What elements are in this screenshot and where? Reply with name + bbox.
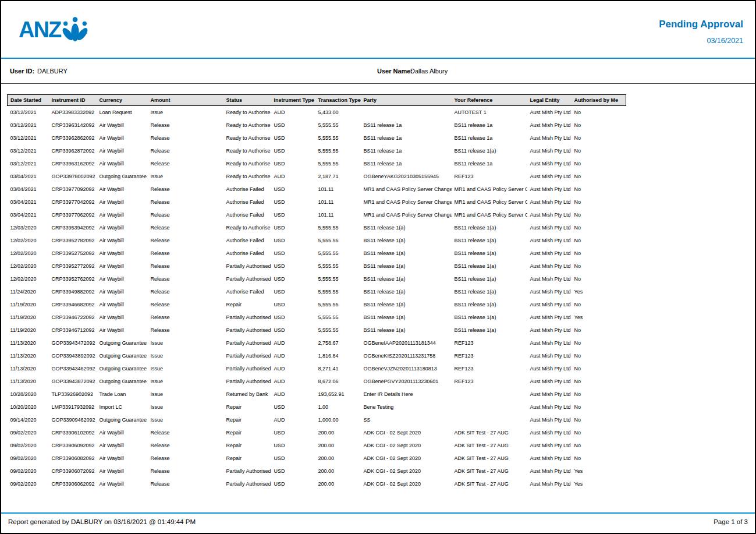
table-cell: Air Waybill	[97, 221, 148, 234]
table-cell: 1.00	[315, 401, 361, 413]
table-cell: Import LC	[97, 401, 148, 413]
table-row: 12/02/2020CRP33952762092Air WaybillRelea…	[8, 273, 626, 285]
table-cell: MR1 and CAAS Policy Server Change	[361, 208, 452, 221]
table-cell: 5,433.00	[315, 106, 361, 119]
table-cell: BS11 release 1(a)	[361, 273, 452, 285]
table-cell: USD	[271, 221, 315, 234]
table-cell: Authorise Failed	[223, 247, 271, 260]
table-cell: AUTOTEST 1	[452, 106, 527, 119]
table-row: 03/04/2021GOP33978002092Outgoing Guarant…	[8, 170, 626, 183]
table-row: 11/19/2020CRP33946712092Air WaybillRelea…	[8, 324, 626, 337]
table-cell: Aust Mish Pty Ltd	[527, 413, 572, 426]
table-cell: Air Waybill	[97, 144, 148, 157]
table-cell: Partially Authorised	[223, 311, 271, 324]
table-row: 03/12/2021CRP33962872092Air WaybillRelea…	[8, 144, 626, 157]
table-cell: Aust Mish Pty Ltd	[527, 157, 572, 170]
table-cell: 5,555.55	[315, 311, 361, 324]
table-cell: No	[572, 273, 626, 285]
table-cell: OGBeneYAKG20210305155945	[361, 170, 452, 183]
table-cell: Release	[148, 298, 223, 311]
table-cell: OGBenePGVY20201113230601	[361, 375, 452, 388]
table-cell: Air Waybill	[97, 196, 148, 208]
table-cell: No	[572, 170, 626, 183]
table-cell: BS11 release 1(a)	[361, 221, 452, 234]
table-cell: 03/04/2021	[8, 196, 49, 208]
table-cell: Release	[148, 311, 223, 324]
table-cell: No	[572, 388, 626, 401]
table-cell: 101.11	[315, 208, 361, 221]
table-cell: No	[572, 426, 626, 439]
table-cell: USD	[271, 144, 315, 157]
column-header: Your Reference	[452, 95, 527, 106]
table-cell: GOP33943462092	[49, 362, 97, 375]
table-cell: REF123	[452, 337, 527, 349]
pending-approval-table: Date StartedInstrument IDCurrencyAmountS…	[7, 94, 626, 490]
table-row: 09/02/2020CRP33906072092Air WaybillRelea…	[8, 465, 626, 478]
table-cell: Aust Mish Pty Ltd	[527, 260, 572, 273]
table-cell: 11/13/2020	[8, 349, 49, 362]
table-cell: 5,555.55	[315, 260, 361, 273]
table-cell: Aust Mish Pty Ltd	[527, 426, 572, 439]
table-cell: CRP33906102092	[49, 426, 97, 439]
user-name-value: Dallas Albury	[410, 68, 448, 75]
table-row: 03/12/2021CRP33963142092Air WaybillRelea…	[8, 119, 626, 132]
table-cell: USD	[271, 311, 315, 324]
table-cell: CRP33906062092	[49, 478, 97, 490]
table-cell: USD	[271, 157, 315, 170]
table-cell: Aust Mish Pty Ltd	[527, 247, 572, 260]
table-cell: Air Waybill	[97, 426, 148, 439]
table-cell: 5,555.55	[315, 132, 361, 144]
table-cell: Aust Mish Pty Ltd	[527, 388, 572, 401]
table-cell: AUD	[271, 349, 315, 362]
table-cell: 5,555.55	[315, 221, 361, 234]
table-cell: Release	[148, 196, 223, 208]
table-cell: Release	[148, 452, 223, 465]
table-cell: GOP33909462092	[49, 413, 97, 426]
anz-logo: ANZ	[19, 14, 88, 45]
table-cell: CRP33946682092	[49, 298, 97, 311]
table-cell: 101.11	[315, 196, 361, 208]
table-cell: BS11 release 1(a)	[452, 298, 527, 311]
table-cell: Air Waybill	[97, 324, 148, 337]
table-cell: GOP33978002092	[49, 170, 97, 183]
table-cell: Aust Mish Pty Ltd	[527, 119, 572, 132]
table-cell: 12/02/2020	[8, 260, 49, 273]
table-cell: MR1 and CAAS Policy Server Change	[361, 183, 452, 196]
report-date: 03/16/2021	[659, 37, 743, 45]
table-cell: 09/02/2020	[8, 426, 49, 439]
table-cell: USD	[271, 478, 315, 490]
table-cell: 09/02/2020	[8, 452, 49, 465]
table-cell: GOP33943472092	[49, 337, 97, 349]
table-cell: 03/12/2021	[8, 119, 49, 132]
table-cell: No	[572, 132, 626, 144]
table-cell: Ready to Authorise	[223, 157, 271, 170]
table-cell: Ready to Authorise	[223, 170, 271, 183]
table-cell: CRP33906072092	[49, 465, 97, 478]
table-cell: Aust Mish Pty Ltd	[527, 401, 572, 413]
table-cell: No	[572, 208, 626, 221]
table-cell: Partially Authorised	[223, 375, 271, 388]
table-cell: 09/02/2020	[8, 439, 49, 452]
table-cell: Partially Authorised	[223, 260, 271, 273]
table-cell: Air Waybill	[97, 234, 148, 247]
table-cell: Authorise Failed	[223, 196, 271, 208]
table-cell: ADK CGI - 02 Sept 2020	[361, 465, 452, 478]
table-cell: Air Waybill	[97, 452, 148, 465]
table-cell: Release	[148, 439, 223, 452]
column-header: Transaction Type	[315, 95, 361, 106]
table-cell: AUD	[271, 413, 315, 426]
table-cell: No	[572, 439, 626, 452]
table-cell: BS11 release 1a	[452, 119, 527, 132]
table-cell: REF123	[452, 170, 527, 183]
footer-generated-text: Report generated by DALBURY on 03/16/202…	[8, 518, 196, 525]
table-cell: ADK SIT Test - 27 AUG	[452, 426, 527, 439]
table-cell: MR1 and CAAS Policy Server Cha	[452, 183, 527, 196]
table-cell: 03/04/2021	[8, 183, 49, 196]
table-cell: GOP33943892092	[49, 349, 97, 362]
table-cell: Issue	[148, 401, 223, 413]
table-cell: MR1 and CAAS Policy Server Cha	[452, 196, 527, 208]
table-cell: CRP33952782092	[49, 234, 97, 247]
table-cell: Air Waybill	[97, 183, 148, 196]
table-cell: USD	[271, 273, 315, 285]
table-cell: 193,652.91	[315, 388, 361, 401]
